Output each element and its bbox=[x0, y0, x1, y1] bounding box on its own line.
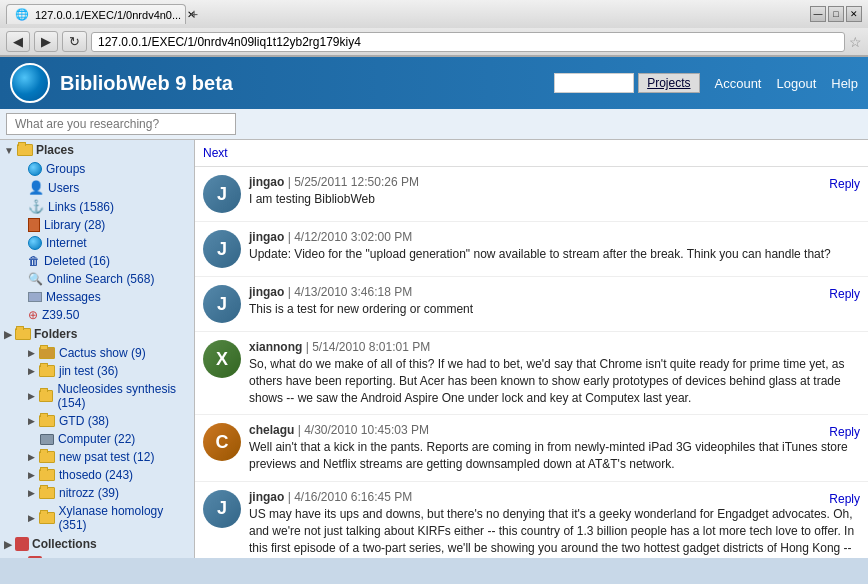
sidebar-nucleosides-label: Nucleosides synthesis (154) bbox=[57, 382, 190, 410]
folder-icon bbox=[39, 469, 55, 481]
maximize-button[interactable]: □ bbox=[828, 6, 844, 22]
sidebar-library-label: Library (28) bbox=[44, 218, 105, 232]
sidebar-groups-label: Groups bbox=[46, 162, 85, 176]
main-layout: ▼ Places Groups 👤 Users ⚓ Links (1586) L… bbox=[0, 140, 868, 558]
chevron-right-icon: ▶ bbox=[28, 470, 35, 480]
chevron-right-icon: ▶ bbox=[28, 488, 35, 498]
post-body: xiannong | 5/14/2010 8:01:01 PMSo, what … bbox=[249, 340, 860, 406]
projects-button[interactable]: Projects bbox=[638, 73, 699, 93]
app-title: BibliobWeb 9 beta bbox=[60, 72, 233, 95]
sidebar-item-nitrozz[interactable]: ▶ nitrozz (39) bbox=[0, 484, 194, 502]
sidebar-item-xylanase[interactable]: ▶ Xylanase homology (351) bbox=[0, 502, 194, 534]
sidebar-item-deleted[interactable]: 🗑 Deleted (16) bbox=[0, 252, 194, 270]
reply-button[interactable]: Reply bbox=[829, 425, 860, 439]
window-controls: — □ ✕ bbox=[810, 6, 862, 22]
sidebar-item-groups[interactable]: Groups bbox=[0, 160, 194, 178]
chevron-right-icon: ▶ bbox=[4, 539, 12, 550]
help-link[interactable]: Help bbox=[831, 76, 858, 91]
sidebar-item-gtd[interactable]: ▶ GTD (38) bbox=[0, 412, 194, 430]
sidebar-item-meeting[interactable]: Meeting with Dr. Ishaq (13) bbox=[0, 554, 194, 558]
post-body: chelagu | 4/30/2010 10:45:03 PMWell ain'… bbox=[249, 423, 860, 473]
app-navigation: Projects Account Logout Help bbox=[554, 73, 858, 93]
avatar: J bbox=[203, 285, 241, 323]
post-body: jingao | 5/25/2011 12:50:26 PMI am testi… bbox=[249, 175, 860, 213]
sidebar-folders-header[interactable]: ▶ Folders bbox=[0, 324, 194, 344]
sidebar-jin-label: jin test (36) bbox=[59, 364, 118, 378]
sidebar-section-folders: ▶ Folders ▶ Cactus show (9) ▶ jin test (… bbox=[0, 324, 194, 534]
avatar: J bbox=[203, 175, 241, 213]
folder-icon bbox=[39, 365, 55, 377]
tab-title: 127.0.0.1/EXEC/1/0nrdv4n0... bbox=[35, 9, 181, 21]
logout-link[interactable]: Logout bbox=[776, 76, 816, 91]
sidebar-item-library[interactable]: Library (28) bbox=[0, 216, 194, 234]
chevron-right-icon: ▶ bbox=[28, 513, 35, 523]
new-tab-button[interactable]: + bbox=[190, 6, 198, 22]
bookmark-star-icon[interactable]: ☆ bbox=[849, 34, 862, 50]
trash-icon: 🗑 bbox=[28, 254, 40, 268]
chevron-right-icon: ▶ bbox=[28, 348, 35, 358]
app-search-input[interactable] bbox=[554, 73, 634, 93]
sidebar-item-links[interactable]: ⚓ Links (1586) bbox=[0, 197, 194, 216]
sidebar-section-collections: ▶ Collections Meeting with Dr. Ishaq (13… bbox=[0, 534, 194, 558]
sidebar-item-internet[interactable]: Internet bbox=[0, 234, 194, 252]
post-reply-area: Reply bbox=[829, 425, 860, 439]
back-button[interactable]: ◀ bbox=[6, 31, 30, 52]
sidebar-new-psat-label: new psat test (12) bbox=[59, 450, 154, 464]
sidebar-item-online-search[interactable]: 🔍 Online Search (568) bbox=[0, 270, 194, 288]
folder-icon bbox=[39, 390, 53, 402]
reply-button[interactable]: Reply bbox=[829, 177, 860, 191]
avatar: C bbox=[203, 423, 241, 461]
z39-icon: ⊕ bbox=[28, 308, 38, 322]
minimize-button[interactable]: — bbox=[810, 6, 826, 22]
sidebar-messages-label: Messages bbox=[46, 290, 101, 304]
close-button[interactable]: ✕ bbox=[846, 6, 862, 22]
forward-button[interactable]: ▶ bbox=[34, 31, 58, 52]
collection-icon bbox=[15, 537, 29, 551]
sidebar-collections-header[interactable]: ▶ Collections bbox=[0, 534, 194, 554]
chevron-right-icon: ▶ bbox=[28, 452, 35, 462]
sidebar-item-messages[interactable]: Messages bbox=[0, 288, 194, 306]
sidebar-item-computer[interactable]: Computer (22) bbox=[0, 430, 194, 448]
research-search-input[interactable] bbox=[6, 113, 236, 135]
reply-button[interactable]: Reply bbox=[829, 492, 860, 506]
chevron-right-icon: ▶ bbox=[28, 366, 35, 376]
post-text: US may have its ups and downs, but there… bbox=[249, 506, 860, 558]
post-item: Jjingao | 5/25/2011 12:50:26 PMI am test… bbox=[195, 167, 868, 222]
tab-favicon: 🌐 bbox=[15, 8, 29, 21]
account-link[interactable]: Account bbox=[715, 76, 762, 91]
refresh-button[interactable]: ↻ bbox=[62, 31, 87, 52]
sidebar-places-header[interactable]: ▼ Places bbox=[0, 140, 194, 160]
post-item: Jjingao | 4/16/2010 6:16:45 PMUS may hav… bbox=[195, 482, 868, 558]
chevron-right-icon: ▶ bbox=[28, 391, 35, 401]
anchor-icon: ⚓ bbox=[28, 199, 44, 214]
folder-icon bbox=[39, 347, 55, 359]
reply-button[interactable]: Reply bbox=[829, 287, 860, 301]
post-meta: jingao | 4/16/2010 6:16:45 PM bbox=[249, 490, 860, 504]
address-bar[interactable] bbox=[91, 32, 845, 52]
post-text: So, what do we make of all of this? If w… bbox=[249, 356, 860, 406]
sidebar-xylanase-label: Xylanase homology (351) bbox=[59, 504, 190, 532]
book-icon bbox=[28, 218, 40, 232]
sidebar-item-jin[interactable]: ▶ jin test (36) bbox=[0, 362, 194, 380]
title-bar: 🌐 127.0.0.1/EXEC/1/0nrdv4n0... ✕ + — □ ✕ bbox=[0, 0, 868, 28]
post-item: Jjingao | 4/12/2010 3:02:00 PMUpdate: Vi… bbox=[195, 222, 868, 277]
sidebar-item-thosedo[interactable]: ▶ thosedo (243) bbox=[0, 466, 194, 484]
sidebar-folders-label: Folders bbox=[34, 327, 77, 341]
envelope-icon bbox=[28, 292, 42, 302]
sidebar-item-new-psat[interactable]: ▶ new psat test (12) bbox=[0, 448, 194, 466]
browser-tab[interactable]: 🌐 127.0.0.1/EXEC/1/0nrdv4n0... ✕ bbox=[6, 4, 186, 24]
sidebar-gtd-label: GTD (38) bbox=[59, 414, 109, 428]
post-text: Update: Video for the "upload generation… bbox=[249, 246, 860, 263]
sidebar-item-cactus[interactable]: ▶ Cactus show (9) bbox=[0, 344, 194, 362]
folder-icon bbox=[39, 451, 55, 463]
globe-icon bbox=[28, 236, 42, 250]
next-link[interactable]: Next bbox=[203, 146, 228, 160]
sidebar-cactus-label: Cactus show (9) bbox=[59, 346, 146, 360]
post-body: jingao | 4/16/2010 6:16:45 PMUS may have… bbox=[249, 490, 860, 558]
sidebar-item-users[interactable]: 👤 Users bbox=[0, 178, 194, 197]
sidebar-item-z39[interactable]: ⊕ Z39.50 bbox=[0, 306, 194, 324]
folder-icon bbox=[15, 328, 31, 340]
post-body: jingao | 4/12/2010 3:02:00 PMUpdate: Vid… bbox=[249, 230, 860, 268]
sidebar-item-nucleosides[interactable]: ▶ Nucleosides synthesis (154) bbox=[0, 380, 194, 412]
post-item: Xxiannong | 5/14/2010 8:01:01 PMSo, what… bbox=[195, 332, 868, 415]
